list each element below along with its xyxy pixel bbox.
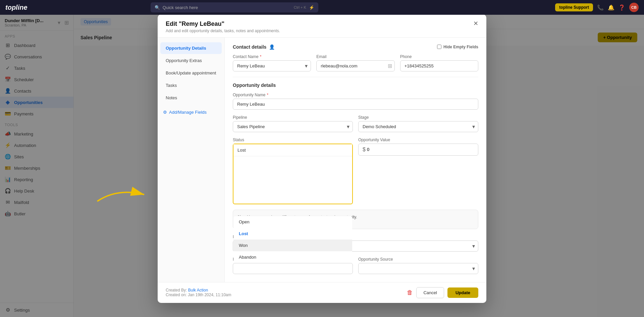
bell-icon[interactable]: 🔔 [608, 4, 614, 11]
cancel-button[interactable]: Cancel [416, 287, 444, 298]
copy-icon: ⊞ [388, 63, 392, 69]
required-star: * [260, 54, 262, 59]
contact-name-field: Contact Name * Remy LeBeau [233, 54, 311, 71]
modal-body: Opportunity Details Opportunity Extras B… [158, 38, 486, 282]
top-nav: topline 🔍 Quick search here Ctrl + K ⚡ t… [0, 0, 644, 15]
opp-value-input[interactable] [367, 147, 474, 152]
stage-label: Stage [358, 115, 478, 120]
email-input[interactable] [316, 60, 394, 71]
status-value-row: Status Open Lost Won Abandon Op [233, 138, 478, 204]
topnav-right: topline Support 📞 🔔 ❓ CB [555, 3, 639, 12]
section-divider [233, 77, 478, 77]
pipeline-select[interactable]: Sales Pipeline [233, 121, 353, 132]
status-dropdown-menu: Open Lost Won Abandon [233, 216, 352, 263]
modal-nav-opportunity-details[interactable]: Opportunity Details [160, 42, 222, 54]
modal-overlay[interactable]: Edit "Remy LeBeau" Add and edit opportun… [0, 0, 644, 317]
search-shortcut: Ctrl + K [294, 5, 306, 9]
phone-input[interactable] [400, 60, 478, 71]
opp-name-input[interactable] [233, 99, 478, 110]
opp-source-select[interactable] [358, 263, 478, 274]
edit-modal: Edit "Remy LeBeau" Add and edit opportun… [158, 14, 486, 303]
delete-button[interactable]: 🗑 [407, 289, 413, 296]
contact-name-label: Contact Name * [233, 54, 311, 59]
created-on-label: Created on: Jan 19th 2024, 11:10am [166, 293, 231, 297]
pipeline-field: Pipeline Sales Pipeline [233, 115, 353, 132]
opp-name-label: Opportunity Name * [233, 93, 478, 97]
pipeline-wrapper: Sales Pipeline [233, 121, 353, 132]
modal-nav-notes[interactable]: Notes [160, 92, 222, 104]
status-field: Status Open Lost Won Abandon [233, 138, 353, 204]
opp-source-wrapper [358, 263, 478, 274]
currency-prefix: $ [363, 147, 366, 153]
contact-details-label: Contact details [233, 44, 266, 50]
phone-label: Phone [400, 54, 478, 59]
modal-subtitle: Add and edit opportunity details, tasks,… [166, 29, 280, 33]
business-name-input[interactable] [233, 263, 353, 274]
update-button[interactable]: Update [447, 287, 478, 298]
modal-title: Edit "Remy LeBeau" [166, 20, 280, 28]
opp-source-field: Opportunity Source [358, 257, 478, 274]
modal-header: Edit "Remy LeBeau" Add and edit opportun… [158, 14, 486, 38]
contact-name-select[interactable]: Remy LeBeau [233, 60, 311, 71]
opp-details-section-title: Opportunity details [233, 83, 478, 88]
email-field: Email ⊞ [316, 54, 394, 71]
add-manage-fields-button[interactable]: ⚙ Add/Manage Fields [158, 106, 224, 118]
created-by-link[interactable]: Bulk Action [188, 288, 208, 293]
stage-select[interactable]: Demo Scheduled [358, 121, 478, 132]
stage-wrapper: Demo Scheduled [358, 121, 478, 132]
status-label: Status [233, 138, 353, 142]
gear-icon: ⚙ [163, 110, 167, 115]
opp-value-label: Opportunity Value [358, 138, 478, 142]
modal-nav-appointment[interactable]: Book/Update appointment [160, 67, 222, 79]
opp-name-row: Opportunity Name * [233, 93, 478, 110]
search-icon: 🔍 [155, 5, 160, 10]
modal-left-nav: Opportunity Details Opportunity Extras B… [158, 38, 225, 282]
modal-nav-tasks[interactable]: Tasks [160, 80, 222, 91]
lightning-icon: ⚡ [309, 5, 314, 10]
pipeline-label: Pipeline [233, 115, 353, 120]
person-icon: 👤 [269, 44, 275, 50]
status-option-open[interactable]: Open [233, 216, 352, 228]
status-option-won[interactable]: Won [233, 240, 352, 251]
app-logo: topline [5, 4, 28, 11]
modal-footer: Created By: Bulk Action Created on: Jan … [158, 282, 486, 303]
phone-icon[interactable]: 📞 [597, 4, 604, 11]
hide-empty-label: Hide Empty Fields [443, 45, 478, 49]
created-info: Created By: Bulk Action Created on: Jan … [166, 288, 231, 297]
global-search[interactable]: 🔍 Quick search here Ctrl + K ⚡ [151, 2, 318, 12]
status-option-abandon[interactable]: Abandon [233, 251, 352, 263]
status-search-input[interactable] [233, 144, 352, 156]
opp-name-field: Opportunity Name * [233, 93, 478, 110]
contact-details-section-title: Contact details 👤 Hide Empty Fields [233, 44, 478, 50]
search-placeholder: Quick search here [163, 5, 198, 10]
contact-info-row: Contact Name * Remy LeBeau Email [233, 54, 478, 71]
help-icon[interactable]: ❓ [619, 4, 625, 11]
hide-empty-checkbox[interactable] [437, 45, 441, 49]
email-label: Email [316, 54, 394, 59]
contact-name-wrapper: Remy LeBeau [233, 60, 311, 71]
hide-empty-fields-toggle[interactable]: Hide Empty Fields [437, 45, 478, 49]
stage-field: Stage Demo Scheduled [358, 115, 478, 132]
support-button[interactable]: topline Support [555, 3, 593, 11]
status-option-lost[interactable]: Lost [233, 228, 352, 240]
modal-nav-opportunity-extras[interactable]: Opportunity Extras [160, 55, 222, 66]
pipeline-stage-row: Pipeline Sales Pipeline Stage Demo Sched… [233, 115, 478, 132]
modal-content-area: Contact details 👤 Hide Empty Fields Cont… [225, 38, 486, 282]
footer-actions: 🗑 Cancel Update [407, 287, 478, 298]
required-star: * [267, 93, 268, 97]
created-by-label: Created By: [166, 288, 187, 293]
phone-field: Phone [400, 54, 478, 71]
opp-source-label: Opportunity Source [358, 257, 478, 262]
modal-close-button[interactable]: ✕ [473, 20, 478, 27]
user-avatar[interactable]: CB [629, 3, 639, 12]
add-manage-fields-label: Add/Manage Fields [169, 110, 207, 115]
opp-value-field: Opportunity Value $ [358, 138, 478, 204]
